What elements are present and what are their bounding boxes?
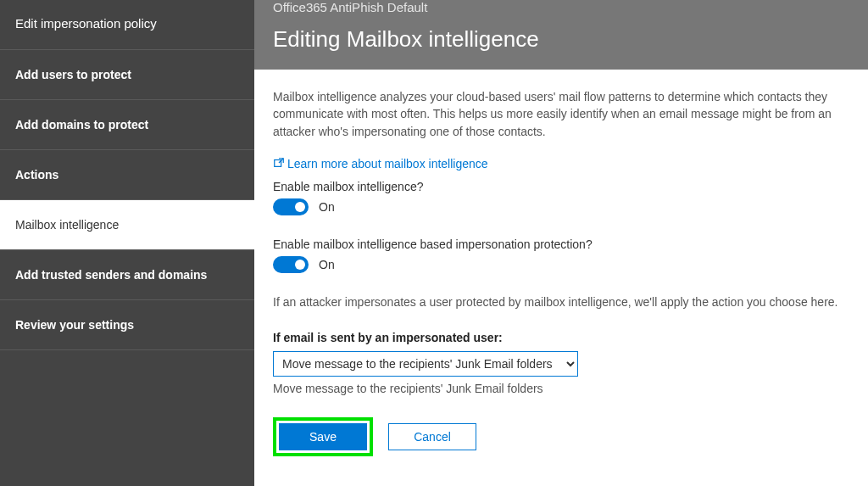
sidebar-item-add-domains[interactable]: Add domains to protect	[0, 100, 254, 150]
cancel-button[interactable]: Cancel	[388, 423, 476, 450]
sidebar-item-mailbox-intelligence[interactable]: Mailbox intelligence	[0, 200, 254, 250]
sidebar-item-add-users[interactable]: Add users to protect	[0, 50, 254, 100]
enable-impersonation-protection-toggle[interactable]	[273, 256, 309, 273]
sidebar-title: Edit impersonation policy	[0, 0, 254, 50]
external-link-icon	[273, 157, 285, 171]
save-highlight: Save	[273, 417, 373, 456]
enable-mailbox-intelligence-label: Enable mailbox intelligence?	[273, 180, 849, 193]
button-row: Save Cancel	[273, 417, 849, 456]
header-title: Editing Mailbox intelligence	[273, 26, 849, 53]
impersonation-action-select[interactable]: Move message to the recipients' Junk Ema…	[273, 351, 578, 377]
enable-mailbox-intelligence-state: On	[319, 200, 335, 214]
sidebar-item-review[interactable]: Review your settings	[0, 300, 254, 350]
sidebar: Edit impersonation policy Add users to p…	[0, 0, 254, 486]
description: Mailbox intelligence analyzes your cloud…	[273, 88, 849, 140]
action-hint: Move message to the recipients' Junk Ema…	[273, 382, 849, 395]
header: Office365 AntiPhish Default Editing Mail…	[254, 0, 868, 70]
learn-more-link[interactable]: Learn more about mailbox intelligence	[273, 157, 488, 171]
sidebar-item-actions[interactable]: Actions	[0, 150, 254, 200]
enable-impersonation-protection-state: On	[319, 258, 335, 271]
content: Mailbox intelligence analyzes your cloud…	[254, 70, 868, 456]
svg-rect-0	[275, 159, 281, 166]
header-subtitle: Office365 AntiPhish Default	[273, 0, 849, 14]
action-field-label: If email is sent by an impersonated user…	[273, 331, 849, 344]
main-panel: Office365 AntiPhish Default Editing Mail…	[254, 0, 868, 486]
impersonation-info: If an attacker impersonates a user prote…	[273, 295, 849, 309]
sidebar-item-trusted-senders[interactable]: Add trusted senders and domains	[0, 250, 254, 300]
learn-more-text: Learn more about mailbox intelligence	[287, 157, 488, 170]
save-button[interactable]: Save	[279, 423, 367, 450]
enable-impersonation-protection-label: Enable mailbox intelligence based impers…	[273, 237, 849, 251]
enable-mailbox-intelligence-toggle[interactable]	[273, 198, 309, 215]
